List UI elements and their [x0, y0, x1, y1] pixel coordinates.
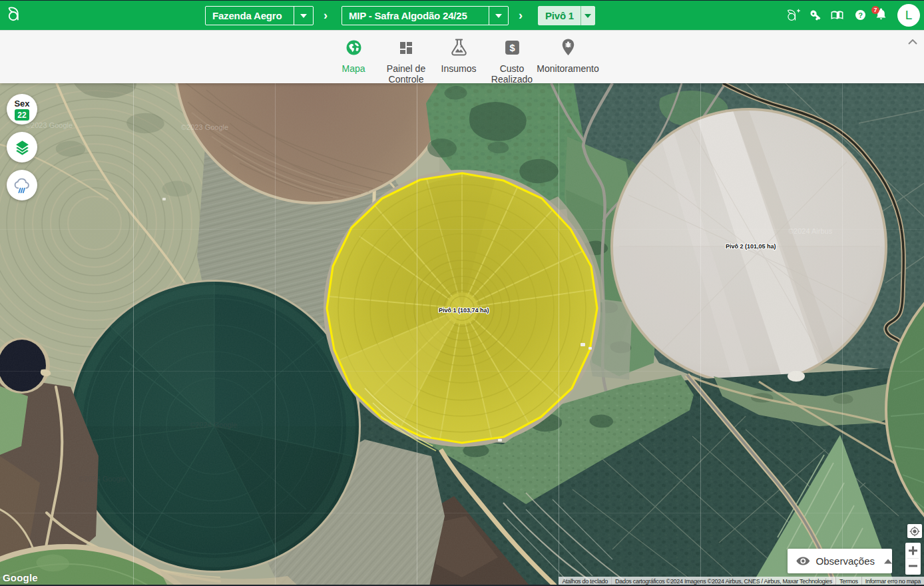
svg-text:$: $ [509, 43, 515, 53]
